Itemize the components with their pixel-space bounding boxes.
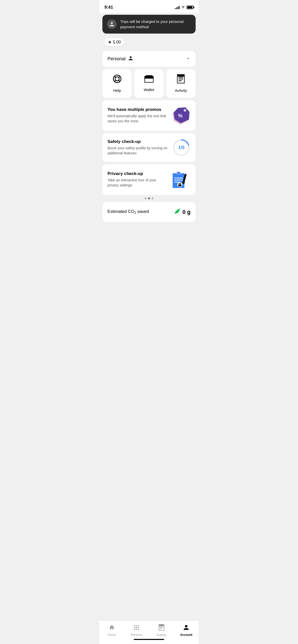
svg-rect-27 <box>178 184 181 186</box>
signal-icon <box>175 6 180 9</box>
dot-3 <box>152 197 154 199</box>
svg-text:%: % <box>178 113 183 119</box>
rating-value: 5.00 <box>113 40 121 45</box>
personal-user-icon <box>128 56 133 62</box>
wallet-icon <box>144 75 154 84</box>
promo-subtitle: We'll automatically apply the one that s… <box>107 114 168 124</box>
safety-progress: 1/5 <box>172 138 191 157</box>
svg-rect-13 <box>177 75 184 77</box>
privacy-title: Privacy check-up <box>107 171 168 176</box>
co2-title: Estimated CO2 saved <box>107 209 149 215</box>
wallet-button[interactable]: Wallet <box>134 69 164 98</box>
dot-indicator <box>99 197 199 199</box>
personal-left: Personal <box>107 56 133 62</box>
svg-rect-12 <box>179 80 182 81</box>
quick-actions: Help Wallet <box>102 69 196 98</box>
svg-rect-22 <box>174 180 183 181</box>
svg-rect-25 <box>176 172 181 174</box>
promo-visual: % <box>170 105 191 126</box>
svg-rect-11 <box>179 79 183 79</box>
activity-quick-button[interactable]: Activity <box>166 69 196 98</box>
svg-point-1 <box>115 77 119 81</box>
notification-avatar <box>107 19 117 29</box>
svg-point-17 <box>184 109 186 112</box>
safety-progress-text: 1/5 <box>178 145 184 150</box>
co2-card[interactable]: Estimated CO2 saved 0 g <box>102 202 196 222</box>
status-bar: 9:41 <box>99 0 199 13</box>
help-icon <box>113 74 122 85</box>
svg-rect-21 <box>174 178 183 179</box>
promo-title: You have multiple promos <box>107 107 168 112</box>
safety-title: Safety check-up <box>107 139 170 144</box>
rating-star: ★ <box>108 40 112 45</box>
activity-quick-label: Activity <box>175 88 187 93</box>
dot-1 <box>144 197 146 199</box>
svg-line-5 <box>119 80 120 82</box>
help-button[interactable]: Help <box>102 69 132 98</box>
svg-rect-10 <box>179 77 183 78</box>
svg-rect-8 <box>146 75 152 76</box>
privacy-subtitle: Take an interactive tour of your privacy… <box>107 178 168 188</box>
help-label: Help <box>113 88 121 93</box>
rating-badge: ★ 5.00 <box>104 38 124 46</box>
svg-line-3 <box>119 76 120 78</box>
battery-icon <box>187 6 194 9</box>
privacy-card[interactable]: Privacy check-up Take an interactive tou… <box>102 164 196 195</box>
wallet-label: Wallet <box>144 87 154 92</box>
svg-line-2 <box>114 76 116 78</box>
promo-card[interactable]: You have multiple promos We'll automatic… <box>102 100 196 131</box>
co2-amount: 0 g <box>182 209 191 215</box>
personal-selector[interactable]: Personal <box>102 51 196 67</box>
chevron-down-icon <box>186 56 191 62</box>
privacy-visual <box>170 169 191 190</box>
safety-subtitle: Boost your safety profile by turning on … <box>107 146 170 156</box>
notification-text: Trips will be charged to your personal p… <box>120 19 191 30</box>
svg-line-4 <box>114 80 116 82</box>
status-time: 9:41 <box>104 5 113 10</box>
dot-2 <box>148 197 150 199</box>
leaf-icon <box>174 208 181 216</box>
safety-card[interactable]: Safety check-up Boost your safety profil… <box>102 133 196 162</box>
activity-icon <box>177 74 185 85</box>
wifi-icon <box>181 5 185 9</box>
co2-value: 0 g <box>174 208 191 216</box>
personal-label: Personal <box>107 56 126 62</box>
svg-rect-7 <box>145 76 153 79</box>
notification-banner[interactable]: Trips will be charged to your personal p… <box>102 15 196 34</box>
status-icons <box>175 5 194 9</box>
